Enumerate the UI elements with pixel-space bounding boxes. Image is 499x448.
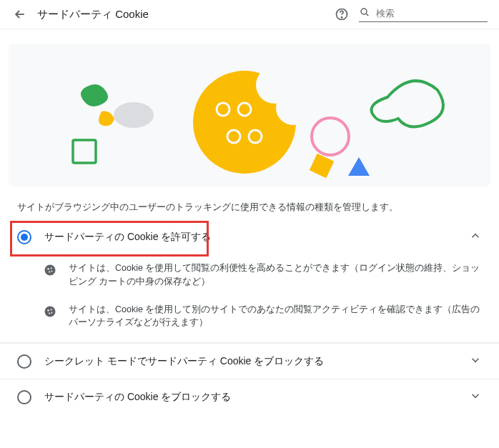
- svg-point-23: [51, 312, 53, 313]
- chevron-down-icon[interactable]: [469, 389, 482, 404]
- chevron-down-icon[interactable]: [469, 354, 482, 369]
- search-icon: [359, 6, 370, 20]
- svg-point-1: [341, 17, 342, 18]
- page-header: サードパーティ Cookie: [0, 0, 499, 29]
- option-label: サードパーティの Cookie を許可する: [44, 231, 456, 244]
- hero-illustration: [9, 44, 490, 186]
- svg-point-15: [47, 268, 49, 269]
- svg-point-19: [45, 306, 56, 317]
- svg-point-7: [276, 91, 310, 125]
- back-arrow-icon[interactable]: [11, 6, 29, 23]
- radio-icon[interactable]: [17, 230, 31, 244]
- page-title: サードパーティ Cookie: [37, 8, 325, 21]
- chevron-up-icon[interactable]: [469, 229, 482, 244]
- option-detail: サイトは、Cookie を使用して閲覧の利便性を高めることができます（ログイン状…: [0, 254, 499, 296]
- search-field[interactable]: [359, 6, 488, 22]
- help-icon[interactable]: [333, 6, 350, 23]
- detail-text: サイトは、Cookie を使用して別のサイトでのあなたの閲覧アクティビティを確認…: [69, 303, 482, 330]
- cookie-option-block-incognito[interactable]: シークレット モードでサードパーティ Cookie をブロックする: [0, 343, 499, 379]
- svg-rect-13: [310, 154, 335, 179]
- svg-point-3: [114, 102, 154, 128]
- svg-point-17: [49, 271, 50, 272]
- svg-point-18: [51, 271, 53, 272]
- section-description: サイトがブラウジング中のユーザーのトラッキングに使用できる情報の種類を管理します…: [0, 186, 499, 219]
- svg-point-21: [51, 309, 52, 310]
- svg-point-2: [361, 9, 367, 14]
- svg-point-12: [312, 118, 349, 155]
- svg-point-20: [47, 309, 49, 311]
- cookie-option-allow[interactable]: サードパーティの Cookie を許可する: [0, 219, 499, 254]
- option-label: シークレット モードでサードパーティ Cookie をブロックする: [44, 355, 456, 368]
- option-detail: サイトは、Cookie を使用して別のサイトでのあなたの閲覧アクティビティを確認…: [0, 296, 499, 337]
- main-content: サイトがブラウジング中のユーザーのトラッキングに使用できる情報の種類を管理します…: [0, 186, 499, 414]
- option-label: サードパーティの Cookie をブロックする: [44, 391, 456, 404]
- svg-point-16: [51, 268, 52, 269]
- svg-point-14: [45, 265, 56, 276]
- cookie-icon: [43, 304, 57, 321]
- cookie-option-block-all[interactable]: サードパーティの Cookie をブロックする: [0, 379, 499, 414]
- search-input[interactable]: [375, 7, 488, 19]
- radio-icon[interactable]: [17, 354, 31, 369]
- radio-icon[interactable]: [17, 390, 31, 404]
- cookie-icon: [43, 263, 57, 279]
- svg-point-22: [49, 312, 50, 314]
- svg-rect-4: [73, 140, 96, 163]
- detail-text: サイトは、Cookie を使用して閲覧の利便性を高めることができます（ログイン状…: [69, 262, 482, 289]
